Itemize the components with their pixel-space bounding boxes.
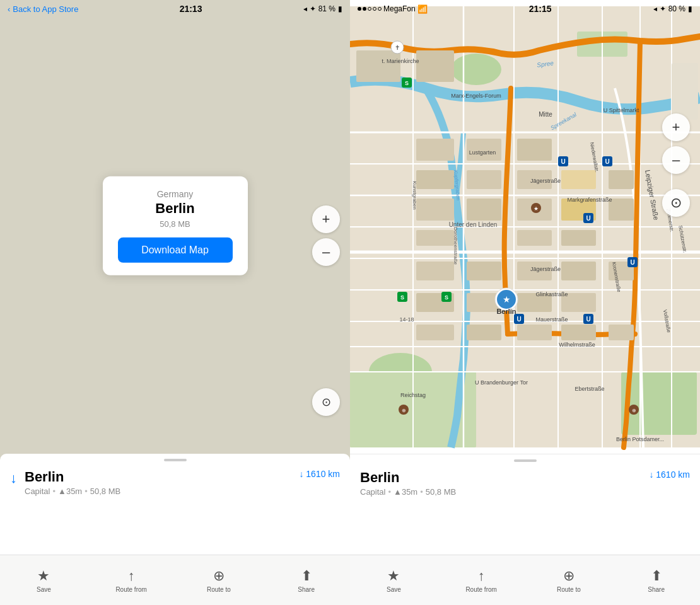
svg-text:⊕: ⊕: [632, 408, 636, 413]
map-area-right[interactable]: MegaFon 📶 21:15 ◂ ✦ 80 % ▮: [350, 0, 700, 454]
carrier-label: MegaFon 📶: [358, 4, 428, 14]
svg-text:⊕: ⊕: [402, 408, 406, 413]
back-button[interactable]: ‹ Back to App Store: [8, 4, 78, 14]
dot4: [373, 7, 376, 11]
svg-rect-54: [517, 325, 552, 340]
map-svg: U U U U U U S S S t. Marienkirche Marx-E…: [350, 0, 700, 454]
svg-rect-30: [416, 170, 454, 189]
route-from-label-left: Route from: [115, 586, 146, 593]
location-icon-right: ⊙: [670, 195, 682, 211]
download-card: Germany Berlin 50,8 MB Download Map: [103, 176, 248, 275]
share-label-right: Share: [648, 586, 665, 593]
time-left: 21:13: [180, 4, 202, 14]
tab-route-to-left[interactable]: ⊕ Route to: [175, 568, 263, 593]
dot2: [363, 7, 366, 11]
zoom-controls-right: + –: [662, 113, 690, 174]
route-from-icon-left: ↑: [128, 568, 135, 584]
svg-rect-57: [356, 50, 400, 82]
size-meta-right: 50,8 MB: [426, 487, 456, 497]
svg-text:Dorotheenstraße: Dorotheenstraße: [453, 227, 458, 265]
svg-rect-44: [467, 262, 501, 280]
route-from-label-right: Route from: [465, 586, 496, 593]
svg-text:Berlin Potsdamer...: Berlin Potsdamer...: [616, 436, 664, 442]
status-icons-left: ◂ ✦ 81 % ▮: [303, 4, 342, 13]
zoom-out-button-left[interactable]: –: [312, 238, 340, 266]
svg-text:U: U: [516, 316, 521, 323]
tab-save-left[interactable]: ★ Save: [0, 568, 88, 593]
svg-rect-56: [609, 325, 634, 340]
svg-rect-5: [621, 372, 697, 435]
left-panel: ‹ Back to App Store 21:13 ◂ ✦ 81 % ▮ Ger…: [0, 0, 350, 605]
route-to-label-right: Route to: [557, 586, 581, 593]
tab-share-right[interactable]: ⬆ Share: [612, 568, 700, 593]
chevron-left-icon: ‹: [8, 4, 10, 14]
map-area-left[interactable]: Germany Berlin 50,8 MB Download Map + – …: [0, 18, 350, 454]
svg-rect-39: [609, 199, 634, 221]
tab-route-from-right[interactable]: ↑ Route from: [438, 568, 525, 593]
svg-rect-58: [416, 50, 454, 82]
distance-label-left: ↓ 1610 km: [299, 469, 340, 479]
dot2-right: •: [420, 487, 423, 497]
svg-text:S: S: [405, 80, 409, 86]
svg-text:★: ★: [534, 205, 539, 212]
sheet-distance-right: ↓ 1610 km: [649, 470, 690, 480]
bottom-sheet-right: Berlin Capital • ▲35m • 50,8 MB ↓ 1610 k…: [350, 454, 700, 555]
save-label-right: Save: [387, 586, 401, 593]
share-icon-left: ⬆: [301, 568, 312, 584]
sheet-distance-left: ↓ 1610 km: [299, 469, 340, 479]
location-button-left[interactable]: ⊙: [312, 388, 340, 416]
battery-icon-right: ▮: [688, 4, 692, 13]
svg-text:Berlin: Berlin: [496, 308, 516, 315]
tab-route-to-right[interactable]: ⊕ Route to: [525, 568, 613, 593]
zoom-out-button-right[interactable]: –: [662, 146, 690, 174]
sheet-main-row-left: ↓ Berlin Capital • ▲35m • 50,8 MB ↓ 1610…: [10, 469, 340, 496]
svg-text:t. Marienkirche: t. Marienkirche: [382, 58, 419, 64]
tab-share-left[interactable]: ⬆ Share: [262, 568, 350, 593]
zoom-in-button-left[interactable]: +: [312, 205, 340, 233]
distance-label-right: ↓ 1610 km: [649, 470, 690, 480]
location-icon-left: ⊙: [322, 395, 331, 409]
wifi-icon: 📶: [417, 4, 428, 14]
svg-rect-43: [416, 262, 454, 280]
tab-route-from-left[interactable]: ↑ Route from: [88, 568, 175, 593]
location-arrow-icon: ◂: [303, 4, 307, 13]
download-icon-left: ↓: [10, 470, 17, 487]
svg-text:S: S: [400, 294, 404, 301]
save-icon-left: ★: [37, 568, 50, 584]
svg-rect-29: [517, 139, 552, 161]
svg-rect-27: [416, 139, 454, 161]
bottom-sheet-left: ↓ Berlin Capital • ▲35m • 50,8 MB ↓ 1610…: [0, 454, 350, 555]
svg-rect-55: [561, 325, 596, 340]
svg-text:U: U: [586, 215, 590, 222]
battery-label-right: 80 %: [668, 4, 685, 13]
svg-rect-31: [467, 170, 501, 189]
svg-text:Reichstag: Reichstag: [400, 392, 426, 398]
sheet-handle-left: [164, 459, 187, 461]
sheet-handle-right: [514, 459, 537, 462]
svg-text:Ebertstraße: Ebertstraße: [575, 386, 604, 392]
dot1: [358, 7, 361, 11]
download-map-button[interactable]: Download Map: [118, 238, 233, 263]
svg-text:Mauerstraße: Mauerstraße: [535, 316, 568, 323]
share-icon-right: ⬆: [651, 568, 662, 584]
route-to-icon-right: ⊕: [563, 568, 575, 584]
svg-rect-52: [416, 325, 454, 340]
elevation-label-left: ▲35m: [58, 487, 82, 496]
signal-dots: [358, 7, 382, 11]
capital-label-right: Capital: [360, 487, 385, 497]
sheet-city-right: Berlin: [360, 470, 641, 486]
save-label-left: Save: [37, 586, 51, 593]
svg-rect-42: [561, 230, 596, 246]
svg-text:14-18: 14-18: [399, 316, 414, 323]
svg-text:✝: ✝: [395, 44, 400, 51]
svg-rect-40: [416, 230, 454, 246]
tab-save-right[interactable]: ★ Save: [350, 568, 438, 593]
status-bar-right: MegaFon 📶 21:15 ◂ ✦ 80 % ▮: [350, 0, 700, 18]
tab-bar-left: ★ Save ↑ Route from ⊕ Route to ⬆ Share: [0, 555, 350, 605]
location-button-right[interactable]: ⊙: [662, 189, 690, 217]
dot5: [378, 7, 382, 11]
zoom-in-button-right[interactable]: +: [662, 113, 690, 141]
svg-rect-35: [416, 199, 454, 221]
battery-label: 81 %: [318, 4, 335, 13]
share-label-left: Share: [298, 586, 315, 593]
